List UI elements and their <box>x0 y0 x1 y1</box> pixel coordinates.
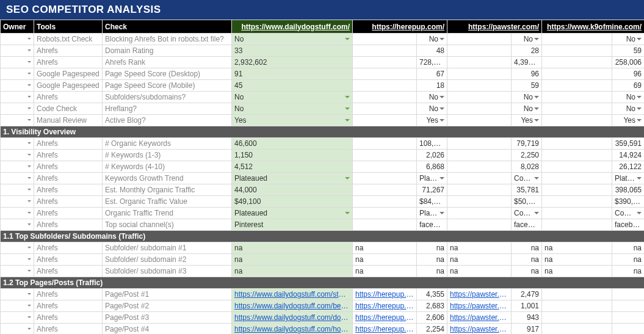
site1-value[interactable]: https://www.dailydogstuff.com/stop-dog-c… <box>232 289 353 300</box>
site4-a <box>542 68 612 80</box>
site2-a <box>353 196 417 208</box>
site3-b: 917 <box>512 324 542 335</box>
site3-a <box>447 68 512 80</box>
owner-cell[interactable] <box>1 173 34 184</box>
owner-cell[interactable] <box>1 208 34 219</box>
site1-value[interactable]: Plateaued <box>232 208 353 219</box>
site2-b: 728,345 <box>417 57 447 68</box>
site2-a <box>353 150 417 161</box>
owner-cell[interactable] <box>1 254 34 266</box>
site3-b[interactable]: No <box>512 34 542 45</box>
site2-a[interactable]: https://herepup.com/best-dog-food-shih-t… <box>353 300 417 312</box>
section-label: 1. Visibility Overview <box>1 126 645 138</box>
site2-b[interactable]: Plateaued <box>417 173 447 184</box>
owner-cell[interactable] <box>1 184 34 196</box>
site2-b[interactable]: No <box>417 103 447 115</box>
site4-a[interactable] <box>542 300 612 312</box>
col-owner[interactable]: Owner <box>1 20 34 34</box>
site4-b <box>612 324 644 335</box>
site2-b[interactable]: Yes <box>417 115 447 126</box>
site3-b: na <box>512 242 542 254</box>
site3-a[interactable]: https://pawster.com/reviews <box>447 300 512 312</box>
site2-a <box>353 103 417 115</box>
site1-value[interactable]: No <box>232 34 353 45</box>
site3-b[interactable]: No <box>512 103 542 115</box>
col-site3[interactable]: https://pawster.com/ <box>447 20 542 34</box>
check-cell: # Organic Keywords <box>103 138 232 150</box>
owner-cell[interactable] <box>1 219 34 231</box>
owner-cell[interactable] <box>1 324 34 335</box>
table-row: AhrefsPage/Post #4https://www.dailydogst… <box>1 324 645 335</box>
site1-value[interactable]: https://www.dailydogstuff.com/homemade-d… <box>232 324 353 335</box>
site2-a[interactable]: https://herepup.com/best-dog-food <box>353 289 417 300</box>
site3-b[interactable]: No <box>512 92 542 103</box>
site1-value[interactable]: No <box>232 92 353 103</box>
owner-cell[interactable] <box>1 289 34 300</box>
site3-b[interactable]: Yes <box>512 115 542 126</box>
site4-b: na <box>612 254 644 266</box>
check-cell: Est. Organic Traffic Value <box>103 196 232 208</box>
site2-a[interactable]: https://herepup.com/dog-breeds <box>353 312 417 324</box>
tools-cell: Ahrefs <box>34 300 103 312</box>
owner-cell[interactable] <box>1 115 34 126</box>
owner-cell[interactable] <box>1 138 34 150</box>
site2-a <box>353 80 417 92</box>
site4-b[interactable]: No <box>612 34 644 45</box>
site4-a[interactable] <box>542 324 612 335</box>
site3-a[interactable]: https://pawster.com/food <box>447 312 512 324</box>
owner-cell[interactable] <box>1 196 34 208</box>
owner-cell[interactable] <box>1 312 34 324</box>
site3-a[interactable]: https://pawster.com/best <box>447 289 512 300</box>
site3-a <box>447 80 512 92</box>
owner-cell[interactable] <box>1 45 34 57</box>
site1-value[interactable]: https://www.dailydogstuff.com/dog-pee-ki… <box>232 312 353 324</box>
site3-a <box>447 208 512 219</box>
analysis-table: Owner Tools Check https://www.dailydogst… <box>0 20 644 334</box>
owner-cell[interactable] <box>1 161 34 173</box>
site2-b[interactable]: No <box>417 34 447 45</box>
owner-cell[interactable] <box>1 242 34 254</box>
site1-value[interactable]: Yes <box>232 115 353 126</box>
site1-value[interactable]: https://www.dailydogstuff.com/best-dog-f… <box>232 300 353 312</box>
owner-cell[interactable] <box>1 266 34 277</box>
site4-b[interactable]: Yes <box>612 115 644 126</box>
site3-b[interactable]: Consistent Growth <box>512 173 542 184</box>
site3-a[interactable]: https://pawster.com/toys <box>447 324 512 335</box>
site4-a[interactable] <box>542 289 612 300</box>
site2-a[interactable]: https://herepup.com/health <box>353 324 417 335</box>
col-tools[interactable]: Tools <box>34 20 103 34</box>
site2-b[interactable]: No <box>417 92 447 103</box>
site1-value[interactable]: Plateaued <box>232 173 353 184</box>
col-check[interactable]: Check <box>103 20 232 34</box>
site4-b[interactable]: No <box>612 92 644 103</box>
site2-b: 2,606 <box>417 312 447 324</box>
site1-value: 33 <box>232 45 353 57</box>
owner-cell[interactable] <box>1 34 34 45</box>
col-site2[interactable]: https://herepup.com/ <box>353 20 447 34</box>
section-label: 1.2 Top Pages/Posts (Traffic) <box>1 277 645 289</box>
owner-cell[interactable] <box>1 92 34 103</box>
site2-a <box>353 184 417 196</box>
site4-b[interactable]: Plateaued <box>612 173 644 184</box>
owner-cell[interactable] <box>1 150 34 161</box>
site2-b[interactable]: Plateaued <box>417 208 447 219</box>
site1-value: 46,600 <box>232 138 353 150</box>
chevron-down-icon <box>27 119 31 123</box>
table-row: AhrefsSubfolder/ subdomain #1nananananan… <box>1 242 645 254</box>
site1-value: 91 <box>232 68 353 80</box>
owner-cell[interactable] <box>1 80 34 92</box>
owner-cell[interactable] <box>1 103 34 115</box>
col-site4[interactable]: https://www.k9ofmine.com/ <box>542 20 644 34</box>
site4-b[interactable]: No <box>612 103 644 115</box>
site2-a <box>353 57 417 68</box>
site4-b <box>612 289 644 300</box>
owner-cell[interactable] <box>1 300 34 312</box>
col-site1[interactable]: https://www.dailydogstuff.com/ <box>232 20 353 34</box>
site3-b[interactable]: Consistent Growth <box>512 208 542 219</box>
site1-value[interactable]: No <box>232 103 353 115</box>
owner-cell[interactable] <box>1 68 34 80</box>
owner-cell[interactable] <box>1 57 34 68</box>
chevron-down-icon <box>27 49 31 53</box>
site4-b[interactable]: Consistent Growth <box>612 208 644 219</box>
site4-a[interactable] <box>542 312 612 324</box>
